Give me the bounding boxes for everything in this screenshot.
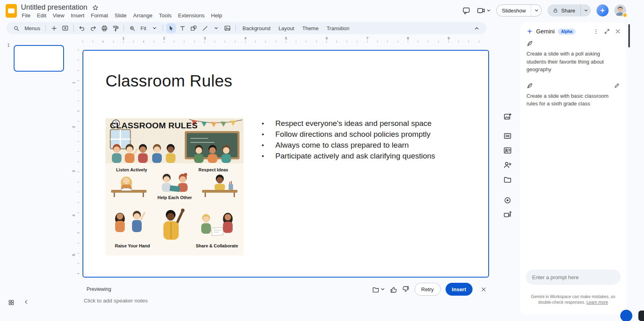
slides-logo-page (8, 8, 14, 13)
record-icon[interactable] (503, 196, 512, 205)
transition-button[interactable]: Transition (322, 24, 353, 33)
gemini-sparkle-button[interactable] (597, 4, 609, 16)
video-call-button[interactable] (477, 6, 491, 15)
more-vert-icon[interactable] (593, 29, 599, 35)
thumb-down-button[interactable] (402, 286, 410, 293)
slideshow-button[interactable]: Slideshow (497, 5, 531, 16)
insert-label: Insert (452, 286, 466, 292)
prompt-history-item[interactable]: Create a slide with a poll asking studen… (520, 40, 626, 74)
bullet-list[interactable]: ●Respect everyone's ideas and personal s… (259, 118, 460, 161)
ruler-number: 6 (326, 36, 328, 40)
share-dropdown[interactable] (580, 4, 591, 16)
menu-insert[interactable]: Insert (68, 11, 88, 20)
thumb-up-icon (390, 286, 397, 293)
slides-logo[interactable] (6, 4, 17, 18)
illustration-label: Listen Actively (116, 167, 147, 172)
zoom-fit-label[interactable]: Fit (138, 25, 149, 31)
bullet-text: Always come to class prepared to learn (275, 141, 409, 150)
slideshow-dropdown[interactable] (531, 5, 541, 16)
new-slide-icon[interactable] (60, 23, 70, 33)
slideshow-split-button: Slideshow (496, 4, 542, 16)
menu-edit[interactable]: Edit (34, 11, 50, 20)
collapse-filmstrip-icon[interactable] (23, 299, 29, 305)
bullet-marker: ● (259, 154, 275, 158)
close-icon[interactable] (615, 29, 621, 34)
slide-thumbnail-number: 1 (7, 43, 10, 47)
slide-thumbnail[interactable] (14, 45, 64, 72)
folder-icon[interactable] (503, 175, 512, 184)
insert-image-icon[interactable] (223, 23, 232, 33)
search-icon[interactable] (11, 23, 21, 33)
expand-icon[interactable] (604, 29, 610, 34)
prompt-input[interactable] (526, 270, 621, 285)
star-icon[interactable] (92, 4, 99, 11)
prompt-item-head (526, 40, 620, 47)
avatar[interactable] (614, 4, 626, 16)
insert-button[interactable]: Insert (446, 283, 473, 296)
toolbar: Menus Fit Background Layout Theme Transi… (6, 22, 486, 34)
folder-icon (372, 286, 380, 293)
shape-icon[interactable] (189, 23, 198, 33)
preview-status: Previewing (83, 286, 111, 292)
doc-title[interactable]: Untitled presentation (21, 3, 87, 12)
menu-help[interactable]: Help (208, 11, 225, 20)
chevron-down-icon (381, 287, 385, 291)
menu-format[interactable]: Format (88, 11, 111, 20)
paint-format-icon[interactable] (111, 23, 120, 33)
zoom-icon[interactable] (127, 23, 137, 33)
menu-view[interactable]: View (50, 11, 68, 20)
collapse-menus-icon[interactable] (472, 23, 481, 33)
gemini-panel: Gemini Alpha Create a slide with a poll … (520, 23, 626, 315)
speaker-notes-placeholder[interactable]: Click to add speaker notes (84, 298, 148, 304)
menu-extensions[interactable]: Extensions (175, 11, 208, 20)
comment-icon[interactable] (461, 6, 471, 15)
theme-button[interactable]: Theme (298, 24, 322, 33)
insert-image-icon[interactable] (503, 112, 512, 121)
prompt-text: Create a slide with a poll asking studen… (526, 50, 620, 74)
plus-icon[interactable] (49, 23, 59, 33)
menu-slide[interactable]: Slide (111, 11, 130, 20)
person-add-icon[interactable] (503, 160, 512, 169)
floating-action-button[interactable] (620, 310, 632, 321)
contact-card-icon[interactable] (503, 146, 512, 155)
redo-icon[interactable] (88, 23, 98, 33)
ruler-number: 4 (71, 214, 76, 216)
quill-icon (526, 40, 533, 47)
learn-more-link[interactable]: Learn more (586, 300, 608, 305)
thumb-up-button[interactable] (390, 286, 397, 293)
classroom-rules-image[interactable]: CLASSROOM RULES Listen Actively Respect … (105, 118, 244, 255)
menu-arrange[interactable]: Arrange (130, 11, 156, 20)
notes-card-icon[interactable] (503, 132, 512, 140)
select-cursor-icon[interactable] (166, 23, 176, 33)
menus-search-label[interactable]: Menus (22, 25, 43, 31)
print-icon[interactable] (99, 23, 109, 33)
line-icon[interactable] (200, 23, 210, 33)
prompt-item-head (526, 82, 620, 89)
background-button[interactable]: Background (238, 24, 274, 33)
share-button[interactable]: Share (547, 4, 580, 16)
scrollbar-thumb[interactable] (628, 24, 630, 47)
layout-button[interactable]: Layout (275, 24, 298, 33)
bullet-marker: ● (259, 121, 275, 126)
slide-canvas[interactable]: Classroom Rules (83, 50, 489, 278)
prompt-history-item[interactable]: Create a slide with basic classroom rule… (520, 82, 626, 108)
video-camera-icon[interactable] (503, 210, 512, 219)
slide-title[interactable]: Classroom Rules (105, 72, 232, 91)
retry-button[interactable]: Retry (415, 283, 441, 296)
horizontal-ruler (83, 41, 489, 43)
move-to-folder-button[interactable] (372, 286, 385, 293)
grid-view-icon[interactable] (8, 299, 14, 306)
vertical-ruler (77, 50, 79, 278)
edit-pencil-icon[interactable] (614, 82, 620, 88)
menu-file[interactable]: File (19, 11, 34, 20)
text-box-icon[interactable] (178, 23, 187, 33)
ruler-number: 3 (204, 36, 206, 40)
illustration-title: CLASSROOM RULES (110, 121, 198, 130)
line-dropdown-icon[interactable] (211, 23, 221, 33)
undo-icon[interactable] (77, 23, 87, 33)
ruler-number: 3 (71, 170, 76, 172)
close-preview-button[interactable] (481, 286, 487, 292)
menu-tools[interactable]: Tools (156, 11, 175, 20)
bullet-item: ●Always come to class prepared to learn (259, 140, 460, 150)
zoom-dropdown-icon[interactable] (150, 23, 159, 33)
